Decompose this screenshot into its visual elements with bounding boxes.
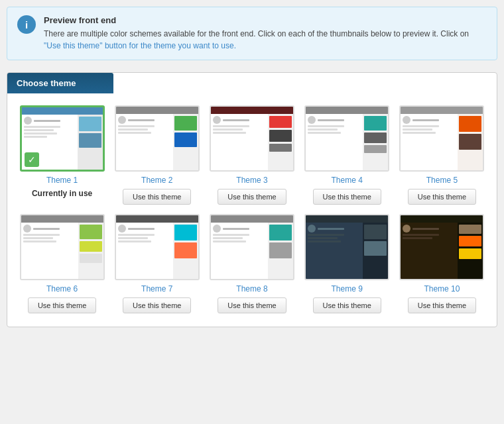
theme-name-3[interactable]: Theme 3 xyxy=(236,176,267,185)
theme-thumbnail-5[interactable] xyxy=(399,105,484,172)
theme-thumbnail-7[interactable] xyxy=(115,214,200,280)
theme-thumbnail-1[interactable]: ✓ xyxy=(20,105,105,172)
info-link[interactable]: "Use this theme" button for the theme yo… xyxy=(44,41,236,50)
theme-name-8[interactable]: Theme 8 xyxy=(236,284,267,293)
theme-item-3: Theme 3 Use this theme xyxy=(209,105,294,205)
panel-header: Choose theme xyxy=(7,73,113,93)
theme-name-5[interactable]: Theme 5 xyxy=(426,176,458,185)
theme-thumbnail-4[interactable] xyxy=(304,105,389,172)
theme-name-4[interactable]: Theme 4 xyxy=(332,176,363,185)
theme-item-1: ✓ Theme 1 Currently in use xyxy=(19,105,105,205)
theme-item-6: Theme 6 Use this theme xyxy=(19,214,105,313)
theme-item-5: Theme 5 Use this theme xyxy=(399,105,485,205)
theme-item-4: Theme 4 Use this theme xyxy=(304,105,390,205)
use-theme-btn-10[interactable]: Use this theme xyxy=(408,297,476,313)
use-theme-btn-4[interactable]: Use this theme xyxy=(313,189,381,205)
active-check: ✓ xyxy=(25,152,39,167)
theme-name-1[interactable]: Theme 1 xyxy=(46,176,78,185)
theme-panel: Choose theme xyxy=(7,72,497,327)
use-theme-btn-3[interactable]: Use this theme xyxy=(218,189,286,205)
info-icon: i xyxy=(17,15,36,34)
theme-item-2: Theme 2 Use this theme xyxy=(114,105,200,205)
theme-name-10[interactable]: Theme 10 xyxy=(424,284,460,293)
info-title: Preview front end xyxy=(44,15,487,25)
info-banner: i Preview front end There are multiple c… xyxy=(7,7,497,60)
theme-name-7[interactable]: Theme 7 xyxy=(141,284,172,293)
theme-name-6[interactable]: Theme 6 xyxy=(46,284,78,293)
theme-thumbnail-6[interactable] xyxy=(20,214,105,280)
use-theme-btn-8[interactable]: Use this theme xyxy=(218,297,286,313)
theme-name-9[interactable]: Theme 9 xyxy=(332,284,363,293)
theme-item-8: Theme 8 Use this theme xyxy=(209,214,294,313)
theme-thumbnail-10[interactable] xyxy=(399,214,484,280)
theme-name-2[interactable]: Theme 2 xyxy=(141,176,172,185)
theme-thumbnail-8[interactable] xyxy=(210,214,294,280)
theme-item-9: Theme 9 Use this theme xyxy=(304,214,390,313)
info-text: Preview front end There are multiple col… xyxy=(44,15,487,52)
use-theme-btn-5[interactable]: Use this theme xyxy=(408,189,476,205)
use-theme-btn-2[interactable]: Use this theme xyxy=(123,189,191,205)
themes-grid: ✓ Theme 1 Currently in use xyxy=(7,93,497,313)
info-desc: There are multiple color schemes availab… xyxy=(44,28,487,52)
theme-item-10: Theme 10 Use this theme xyxy=(399,214,485,313)
use-theme-btn-9[interactable]: Use this theme xyxy=(313,297,381,313)
theme-status-1: Currently in use xyxy=(32,189,92,198)
theme-thumbnail-9[interactable] xyxy=(304,214,389,280)
use-theme-btn-6[interactable]: Use this theme xyxy=(28,297,96,313)
theme-item-7: Theme 7 Use this theme xyxy=(114,214,200,313)
theme-thumbnail-2[interactable] xyxy=(115,105,200,172)
theme-thumbnail-3[interactable] xyxy=(210,105,294,172)
use-theme-btn-7[interactable]: Use this theme xyxy=(123,297,191,313)
